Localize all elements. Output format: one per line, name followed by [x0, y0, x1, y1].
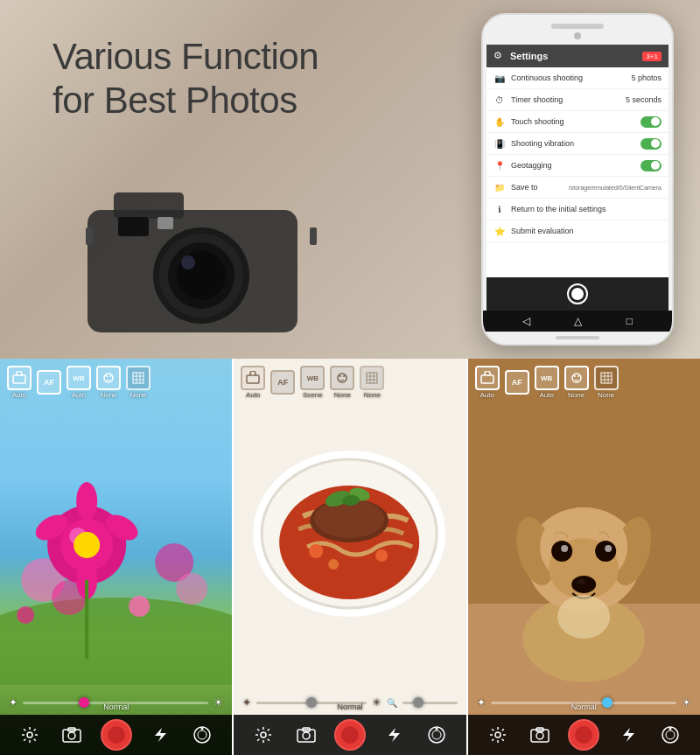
vibration-icon: 📳 [494, 137, 506, 150]
touch-shooting-toggle[interactable] [640, 116, 662, 128]
settings-title: Settings [510, 51, 642, 61]
cam-btn-effect-dog[interactable]: None [564, 366, 589, 399]
bottom-section: Auto AF WB Auto None None [0, 359, 700, 755]
hero-section: Various Function for Best Photos ⚙ Setti… [0, 0, 700, 359]
settings-item-saveto[interactable]: 📁 Save to /storage/emulated/0/SilentCame… [486, 177, 668, 199]
effect-icon-dog [564, 366, 589, 390]
svg-point-71 [435, 728, 438, 731]
slider-thumb-flowers[interactable] [79, 697, 89, 708]
svg-point-67 [303, 732, 310, 739]
gallery-btn-food[interactable] [423, 721, 451, 749]
touch-shooting-label: Touch shooting [511, 117, 640, 126]
settings-item-geo[interactable]: 📍 Geotagging [486, 155, 668, 177]
settings-item-continuous[interactable]: 📷 Continuous shooting 5 photos [486, 67, 668, 89]
zoom-slider-thumb-food[interactable] [413, 697, 424, 708]
shutter-btn-dog[interactable] [568, 719, 599, 751]
saveto-icon: 📁 [494, 181, 506, 193]
svg-point-25 [129, 596, 150, 617]
settings-item-reset[interactable]: ℹ Return to the initial settings [486, 199, 668, 220]
slider-sun-large-food: ☀ [372, 696, 382, 709]
settings-item-evaluate[interactable]: ⭐ Submit evaluation [486, 220, 668, 242]
cam-btn-wb-food[interactable]: WB Scene [300, 366, 325, 399]
cam-btn-scene-dog[interactable]: Auto [475, 366, 500, 399]
nav-home-btn[interactable]: △ [574, 315, 582, 327]
shutter-btn-food[interactable] [334, 719, 366, 751]
scene-label-food: Auto [246, 391, 260, 399]
wb-icon-food: WB [300, 366, 325, 390]
wb-icon-dog: WB [535, 366, 559, 390]
nav-recent-btn[interactable]: □ [626, 315, 633, 327]
svg-rect-8 [158, 217, 173, 229]
hero-camera-illustration [70, 149, 332, 341]
svg-rect-87 [481, 375, 494, 383]
slider-sun-large-flowers: ☀ [214, 696, 223, 709]
camera-mode-btn-flowers[interactable] [58, 721, 86, 749]
cam-btn-af-flowers[interactable]: AF [37, 370, 61, 395]
cam-btn-wb-flowers[interactable]: WB Auto [66, 366, 91, 399]
camera-bottom-bar-food [234, 715, 466, 755]
svg-point-11 [0, 598, 232, 685]
cam-btn-effect-food[interactable]: None [330, 366, 354, 399]
geotagging-icon: 📍 [494, 159, 506, 171]
evaluate-icon: ⭐ [494, 225, 506, 237]
flash-btn-flowers[interactable] [146, 721, 174, 749]
gallery-btn-flowers[interactable] [188, 721, 216, 749]
cam-btn-af-dog[interactable]: AF [505, 370, 529, 395]
cam-btn-scene-food[interactable]: Auto [241, 366, 265, 399]
settings-btn-dog[interactable] [484, 721, 512, 749]
svg-point-89 [574, 375, 576, 377]
scene-icon-flowers [7, 366, 32, 390]
geotagging-toggle[interactable] [640, 160, 662, 171]
svg-point-52 [309, 544, 323, 558]
cam-btn-grid-dog[interactable]: None [594, 366, 619, 399]
camera-mode-btn-food[interactable] [292, 721, 320, 749]
svg-rect-31 [133, 373, 144, 383]
settings-btn-food[interactable] [249, 721, 277, 749]
nav-back-btn[interactable]: ◁ [522, 315, 530, 327]
cam-btn-grid-food[interactable]: None [360, 366, 384, 399]
camera-bottom-bar-dog [468, 715, 700, 755]
cam-btn-af-food[interactable]: AF [270, 370, 295, 395]
flash-btn-food[interactable] [380, 721, 408, 749]
svg-point-80 [551, 541, 572, 562]
cam-btn-effect-flowers[interactable]: None [96, 366, 121, 399]
svg-rect-56 [247, 375, 259, 383]
svg-point-38 [68, 732, 75, 739]
mode-label-flowers: Normal [103, 703, 129, 711]
touch-shooting-icon: ✋ [494, 115, 506, 128]
gallery-btn-dog[interactable] [656, 721, 684, 749]
wb-label-dog: Auto [539, 391, 553, 399]
settings-item-timer[interactable]: ⏱ Timer shooting 5 seconds [486, 89, 668, 111]
camera-ui-top-food: Auto AF WB Scene None [241, 366, 458, 399]
slider-thumb-dog[interactable] [602, 697, 612, 708]
settings-item-touch[interactable]: ✋ Touch shooting [486, 111, 668, 133]
settings-item-vibration[interactable]: 📳 Shooting vibration [486, 133, 668, 155]
slider-sun-small-dog: ✦ [477, 696, 486, 709]
cam-btn-scene-flowers[interactable]: Auto [7, 366, 32, 399]
vibration-toggle[interactable] [640, 138, 662, 150]
shutter-inner-food [341, 726, 359, 744]
cam-btn-wb-dog[interactable]: WB Auto [535, 366, 559, 399]
camera-mode-btn-dog[interactable] [526, 721, 554, 749]
wb-icon-flowers: WB [66, 366, 91, 390]
svg-point-41 [198, 731, 206, 739]
hero-title: Various Function for Best Photos [52, 35, 318, 123]
settings-btn-flowers[interactable] [16, 721, 44, 749]
wb-label-food: Scene [303, 391, 323, 399]
svg-point-59 [343, 375, 345, 377]
geotagging-label: Geotagging [511, 161, 640, 170]
scene-icon-dog [475, 366, 500, 390]
vibration-label: Shooting vibration [511, 139, 640, 148]
svg-rect-1 [114, 192, 184, 219]
flash-btn-dog[interactable] [614, 721, 642, 749]
svg-point-102 [668, 728, 671, 731]
cam-btn-grid-flowers[interactable]: None [126, 366, 150, 399]
slider-thumb-food[interactable] [306, 697, 317, 708]
svg-point-86 [557, 595, 610, 639]
settings-shutter-icon[interactable] [567, 283, 588, 304]
zoom-slider-track-food[interactable] [402, 702, 458, 704]
scene-label-dog: Auto [480, 391, 494, 399]
shutter-btn-flowers[interactable] [101, 719, 132, 751]
evaluate-label: Submit evaluation [511, 227, 662, 235]
hero-text-block: Various Function for Best Photos [52, 35, 318, 123]
